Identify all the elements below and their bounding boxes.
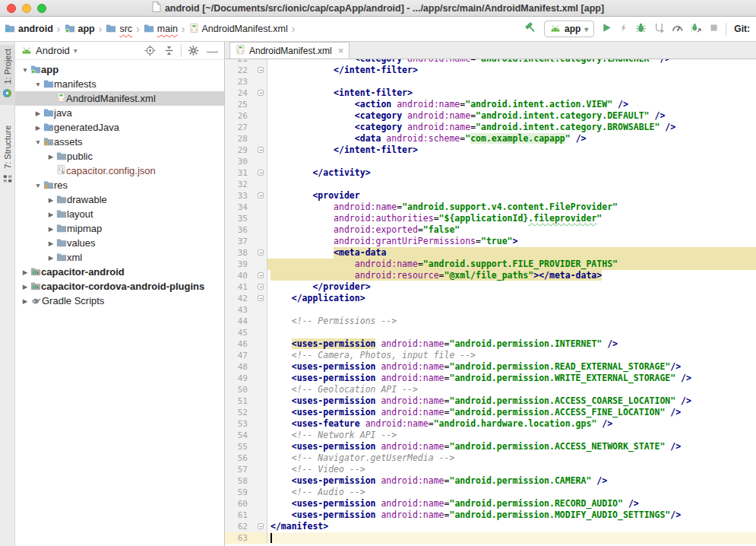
line-number[interactable]: 60 [225, 498, 252, 509]
code-text[interactable]: <intent-filter> [267, 87, 756, 99]
line-number[interactable]: 27 [225, 122, 252, 133]
line-number[interactable]: 58 [225, 475, 252, 487]
line-number[interactable]: 46 [225, 338, 252, 350]
settings-gear-button[interactable] [186, 43, 201, 58]
code-line[interactable]: 35 android:authorities="${applicationId}… [225, 213, 756, 224]
code-editor[interactable]: 21 <category android:name="android.inten… [225, 59, 756, 546]
code-line[interactable]: 53 <uses-feature android:name="android.h… [225, 418, 756, 430]
fold-toggle-icon[interactable] [258, 295, 264, 301]
code-line[interactable]: 42 </application> [225, 293, 756, 304]
breadcrumb-item-main[interactable]: main [144, 23, 178, 35]
line-number[interactable]: 44 [225, 316, 252, 327]
line-number[interactable]: 21 [225, 59, 252, 65]
chevron-collapsed-icon[interactable]: ▶ [33, 124, 43, 132]
build-button[interactable] [524, 21, 537, 37]
chevron-collapsed-icon[interactable]: ▶ [20, 297, 30, 305]
code-text[interactable]: <category android:name="android.intent.c… [267, 110, 756, 122]
line-number[interactable]: 63 [225, 532, 252, 544]
line-number[interactable]: 41 [225, 281, 252, 293]
line-number[interactable]: 28 [225, 133, 252, 144]
code-line[interactable]: 59 <!-- Audio --> [225, 487, 756, 498]
tree-item-app[interactable]: ▼app [15, 62, 224, 77]
code-line[interactable]: 32 [225, 179, 756, 190]
code-line[interactable]: 39 android:name="android.support.FILE_PR… [225, 259, 756, 270]
line-number[interactable]: 34 [225, 202, 252, 213]
tree-item-generatedJava[interactable]: ▶generatedJava [15, 120, 224, 135]
code-text[interactable]: <!-- Video --> [267, 464, 756, 475]
line-number[interactable]: 42 [225, 293, 252, 304]
breadcrumb-item-android[interactable]: android [5, 23, 53, 35]
line-number[interactable]: 30 [225, 156, 252, 167]
line-number[interactable]: 23 [225, 76, 252, 87]
line-number[interactable]: 59 [225, 487, 252, 498]
code-text[interactable]: <uses-permission android:name="android.p… [267, 338, 756, 350]
apply-changes-button[interactable] [619, 21, 628, 37]
code-line[interactable]: 23 [225, 76, 756, 87]
code-text[interactable]: <uses-permission android:name="android.p… [267, 498, 756, 509]
line-number[interactable]: 31 [225, 167, 252, 179]
locate-file-button[interactable] [143, 43, 157, 58]
breadcrumb-item-app[interactable]: app [65, 23, 95, 35]
line-number[interactable]: 37 [225, 236, 252, 247]
code-text[interactable]: <provider [267, 190, 756, 202]
code-line[interactable]: 26 <category android:name="android.inten… [225, 110, 756, 122]
code-line[interactable]: 31 </activity> [225, 167, 756, 179]
code-line[interactable]: 38 <meta-data [225, 247, 756, 259]
code-text[interactable]: android:name="android.support.v4.content… [267, 202, 756, 213]
tree-item-layout[interactable]: ▶layout [15, 207, 224, 221]
code-line[interactable]: 29 </intent-filter> [225, 144, 756, 156]
code-text[interactable]: android:authorities="${applicationId}.fi… [267, 213, 756, 224]
code-line[interactable]: 63 [225, 532, 756, 544]
tree-item-drawable[interactable]: ▶drawable [15, 192, 224, 207]
code-text[interactable]: android:grantUriPermissions="true"> [267, 236, 756, 247]
code-line[interactable]: 46 <uses-permission android:name="androi… [225, 338, 756, 350]
code-text[interactable]: <!-- Navigator.getUserMedia --> [267, 452, 756, 464]
line-number[interactable]: 36 [225, 224, 252, 236]
git-widget[interactable]: Git: [733, 24, 750, 34]
code-line[interactable]: 24 <intent-filter> [225, 87, 756, 99]
line-number[interactable]: 48 [225, 361, 252, 373]
code-line[interactable]: 51 <uses-permission android:name="androi… [225, 395, 756, 407]
code-line[interactable]: 44 <!-- Permissions --> [225, 316, 756, 327]
chevron-collapsed-icon[interactable]: ▶ [33, 110, 43, 117]
code-text[interactable]: <!-- Network API --> [267, 430, 756, 441]
tool-window-project-tab[interactable]: 1: Project [0, 45, 15, 105]
code-text[interactable]: <uses-permission android:name="android.p… [267, 407, 756, 418]
code-text[interactable]: <uses-permission android:name="android.p… [267, 441, 756, 452]
code-line[interactable]: 27 <category android:name="android.inten… [225, 122, 756, 133]
line-number[interactable]: 45 [225, 327, 252, 338]
line-number[interactable]: 40 [225, 270, 252, 281]
line-number[interactable]: 61 [225, 509, 252, 521]
code-text[interactable]: <uses-permission android:name="android.p… [267, 395, 756, 407]
code-text[interactable]: <!-- Camera, Photos, input file --> [267, 350, 756, 361]
tree-item-values[interactable]: ▶values [15, 236, 224, 250]
code-line[interactable]: 36 android:exported="false" [225, 224, 756, 236]
tree-item-java[interactable]: ▶java [15, 106, 224, 120]
code-text[interactable]: <uses-permission android:name="android.p… [267, 361, 756, 373]
code-line[interactable]: 28 <data android:scheme="com.example.cap… [225, 133, 756, 144]
code-text[interactable] [267, 304, 756, 316]
tree-item-assets[interactable]: ▼assets [15, 135, 224, 149]
code-text[interactable]: <data android:scheme="com.example.capapp… [267, 133, 756, 144]
fold-toggle-icon[interactable] [258, 147, 264, 153]
code-line[interactable]: 43 [225, 304, 756, 316]
fold-toggle-icon[interactable] [258, 170, 264, 176]
line-number[interactable]: 55 [225, 441, 252, 452]
code-text[interactable]: </provider> [267, 281, 756, 293]
close-icon[interactable]: × [338, 45, 344, 56]
code-line[interactable]: 49 <uses-permission android:name="androi… [225, 373, 756, 384]
tool-window-structure-tab[interactable]: 7: Structure [0, 122, 15, 190]
code-text[interactable]: <category android:name="android.intent.c… [267, 59, 756, 65]
code-text[interactable]: <uses-permission android:name="android.p… [267, 475, 756, 487]
code-text[interactable]: </intent-filter> [267, 144, 756, 156]
tree-item-Gradle Scripts[interactable]: ▶Gradle Scripts [15, 294, 224, 308]
chevron-expanded-icon[interactable]: ▼ [33, 182, 43, 189]
attach-debugger-button[interactable] [653, 21, 665, 37]
project-view-select[interactable]: Android ▾ [21, 45, 77, 56]
code-text[interactable]: <uses-permission android:name="android.p… [267, 373, 756, 384]
line-number[interactable]: 25 [225, 99, 252, 110]
debug-button[interactable] [635, 21, 647, 37]
profile-button[interactable] [672, 21, 683, 37]
code-text[interactable]: android:name="android.support.FILE_PROVI… [267, 259, 756, 270]
line-number[interactable]: 26 [225, 110, 252, 122]
